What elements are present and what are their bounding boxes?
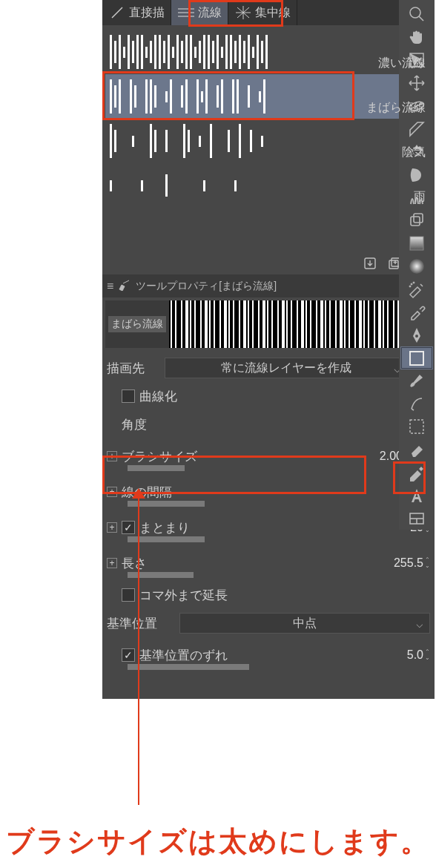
preset-rain[interactable]: 雨 bbox=[105, 163, 432, 208]
prop-angle-label: 角度 bbox=[122, 416, 396, 433]
right-toolbar bbox=[399, 0, 435, 530]
tab-focus-label: 集中線 bbox=[255, 5, 291, 21]
svg-point-15 bbox=[410, 7, 420, 18]
tool-gradient[interactable] bbox=[400, 232, 433, 255]
prop-ref-label: 基準位置 bbox=[107, 615, 174, 632]
download-preset-icon[interactable] bbox=[362, 255, 378, 272]
svg-line-6 bbox=[237, 13, 243, 18]
prop-brush-size: + ブラシサイズ 2.00 ⌃⌄ ◎ bbox=[107, 440, 430, 473]
svg-rect-29 bbox=[410, 420, 423, 433]
prop-ref-offset-slider[interactable] bbox=[128, 664, 349, 670]
tool-frame[interactable] bbox=[400, 507, 433, 530]
svg-rect-20 bbox=[411, 217, 420, 226]
preset-gloomy-swatch bbox=[110, 123, 427, 159]
expand-icon[interactable]: + bbox=[107, 558, 117, 568]
svg-point-27 bbox=[415, 335, 418, 338]
menu-icon[interactable]: ≡ bbox=[107, 280, 113, 293]
tool-calligraphy[interactable] bbox=[400, 392, 433, 415]
prop-length: + 長さ 255.5 ⌃⌄ bbox=[107, 547, 430, 579]
prop-curve: 曲線化 bbox=[107, 384, 430, 409]
tool-fill[interactable] bbox=[400, 163, 433, 186]
prop-ref-select[interactable]: 中点 bbox=[179, 613, 430, 634]
prop-spacing-slider[interactable] bbox=[128, 501, 349, 507]
tab-flow[interactable]: 流線 bbox=[171, 0, 228, 25]
tool-magnifier[interactable] bbox=[400, 3, 433, 26]
prop-ref-offset-value[interactable]: 5.0 bbox=[407, 648, 423, 662]
subtool-tabs: 直接描 流線 集中線 bbox=[102, 0, 435, 25]
preset-gloomy[interactable]: 陰気 bbox=[105, 119, 432, 163]
prop-brush-label: ブラシサイズ bbox=[122, 448, 375, 465]
preset-list: 濃い流線 まばら流線 陰気 雨 bbox=[102, 25, 435, 274]
preset-sparse-label: まばら流線 bbox=[366, 100, 426, 116]
tool-rectangle[interactable] bbox=[400, 346, 433, 369]
prop-length-value[interactable]: 255.5 bbox=[394, 556, 423, 570]
flow-lines-icon bbox=[177, 6, 195, 19]
tool-property-title: ツールプロパティ[まばら流線] bbox=[136, 280, 277, 293]
prop-draw-target-value: 常に流線レイヤーを作成 bbox=[221, 361, 351, 376]
prop-ref-offset-checkbox[interactable]: ✓ bbox=[122, 648, 135, 662]
annotation-arrow-line bbox=[138, 493, 139, 805]
prop-draw-target-select[interactable]: 常に流線レイヤーを作成 bbox=[165, 358, 408, 378]
tab-focus[interactable]: 集中線 bbox=[228, 0, 297, 25]
prop-cluster-slider[interactable] bbox=[128, 536, 349, 542]
prop-draw-target: 描画先 常に流線レイヤーを作成 ⚙ bbox=[107, 355, 430, 381]
tool-text[interactable] bbox=[400, 484, 433, 507]
tab-flow-label: 流線 bbox=[198, 5, 222, 21]
svg-rect-13 bbox=[389, 260, 398, 269]
prop-spacing: + 線の間隔 5.00 ⌃⌄ bbox=[107, 476, 430, 508]
preview-chip-label: まばら流線 bbox=[108, 316, 166, 332]
tab-direct[interactable]: 直接描 bbox=[102, 0, 171, 25]
expand-icon[interactable]: + bbox=[107, 451, 117, 461]
preset-gloomy-label: 陰気 bbox=[402, 145, 426, 160]
prop-ref-offset: ✓ 基準位置のずれ 5.0 ⌃⌄ bbox=[107, 639, 430, 671]
prop-extend-label: コマ外まで延長 bbox=[139, 587, 430, 604]
svg-line-7 bbox=[243, 13, 249, 18]
tool-property-preview: まばら流線 bbox=[105, 300, 432, 348]
svg-line-5 bbox=[243, 7, 249, 13]
preset-dense[interactable]: 濃い流線 bbox=[105, 30, 432, 74]
arrow-stepper-icon[interactable]: ⌃⌄ bbox=[425, 557, 430, 569]
preset-dense-label: 濃い流線 bbox=[378, 56, 426, 71]
tool-correction[interactable] bbox=[400, 461, 433, 484]
svg-line-0 bbox=[112, 7, 122, 18]
tool-eyedropper[interactable] bbox=[400, 300, 433, 323]
slash-icon bbox=[108, 6, 126, 19]
prop-curve-label: 曲線化 bbox=[139, 388, 430, 405]
tool-eraser[interactable] bbox=[400, 438, 433, 461]
svg-rect-22 bbox=[410, 237, 423, 250]
prop-length-label: 長さ bbox=[122, 555, 389, 572]
prop-brush-slider[interactable] bbox=[128, 465, 349, 471]
prop-curve-checkbox[interactable] bbox=[122, 389, 135, 403]
prop-cluster-checkbox[interactable]: ✓ bbox=[122, 521, 135, 534]
tool-gradient-map[interactable] bbox=[400, 255, 433, 278]
preset-sparse[interactable]: まばら流線 bbox=[105, 74, 432, 119]
svg-line-4 bbox=[237, 7, 243, 13]
prop-extend-checkbox[interactable] bbox=[122, 588, 135, 602]
tool-property-header: ≡ ツールプロパティ[まばら流線] bbox=[102, 274, 435, 297]
svg-point-25 bbox=[413, 282, 414, 283]
brush-small-icon bbox=[118, 279, 131, 293]
tool-hand[interactable] bbox=[400, 26, 433, 49]
expand-icon[interactable]: + bbox=[107, 522, 117, 533]
expand-icon[interactable]: + bbox=[107, 487, 117, 497]
tool-decoration[interactable] bbox=[400, 209, 433, 232]
prop-angle: 角度 90.0 ⌃⌄ bbox=[107, 412, 430, 437]
prop-reference: 基準位置 中点 bbox=[107, 611, 430, 636]
svg-line-16 bbox=[419, 16, 423, 21]
preset-rain-label: 雨 bbox=[414, 189, 426, 205]
prop-length-slider[interactable] bbox=[128, 572, 349, 578]
tool-move-layer[interactable] bbox=[400, 72, 433, 95]
prop-ref-value: 中点 bbox=[293, 616, 317, 631]
svg-point-26 bbox=[409, 286, 411, 287]
tool-pen[interactable] bbox=[400, 323, 433, 346]
prop-spacing-label: 線の間隔 bbox=[122, 484, 396, 501]
annotation-caption: ブラシサイズは太めにします。 bbox=[0, 823, 436, 861]
tool-ruler[interactable] bbox=[400, 117, 433, 140]
tool-brush[interactable] bbox=[400, 369, 433, 392]
svg-point-24 bbox=[411, 283, 412, 285]
tool-airbrush[interactable] bbox=[400, 278, 433, 301]
arrow-stepper-icon[interactable]: ⌃⌄ bbox=[425, 649, 430, 661]
svg-rect-28 bbox=[410, 352, 423, 365]
tool-selection[interactable] bbox=[400, 415, 433, 438]
tool-properties: 描画先 常に流線レイヤーを作成 ⚙ 曲線化 角度 90.0 ⌃⌄ + ブラシサイ… bbox=[102, 351, 435, 676]
